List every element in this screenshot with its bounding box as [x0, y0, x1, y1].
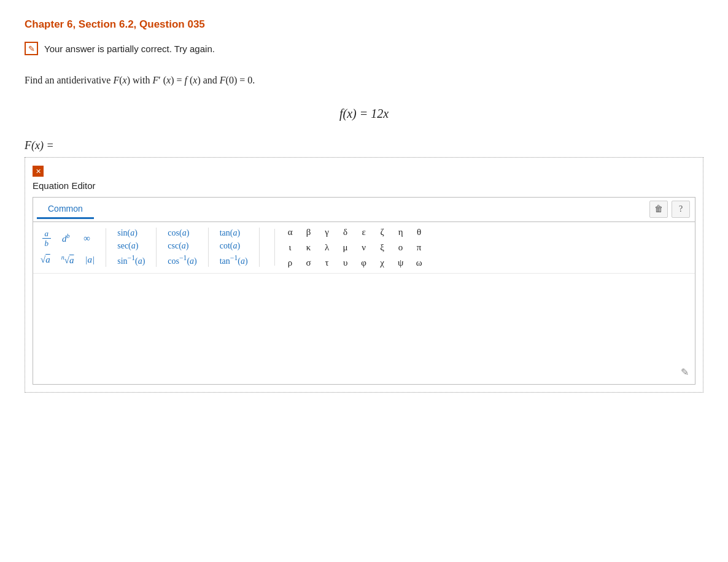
nthroot-button[interactable]: n√a — [59, 253, 77, 267]
csc-button[interactable]: csc(a) — [165, 241, 199, 252]
greek-kappa[interactable]: κ — [302, 241, 316, 254]
greek-psi[interactable]: ψ — [394, 256, 408, 269]
infinity-button[interactable]: ∞ — [79, 232, 96, 245]
greek-rho[interactable]: ρ — [284, 256, 297, 269]
greek-delta[interactable]: δ — [339, 226, 352, 239]
equation-editor-box: Common 🗑 ? a b — [33, 197, 695, 385]
greek-theta[interactable]: θ — [412, 226, 426, 239]
greek-pi[interactable]: π — [412, 241, 426, 254]
delete-button[interactable]: 🗑 — [649, 201, 668, 218]
status-text: Your answer is partially correct. Try ag… — [44, 44, 215, 54]
eq-toolbar: Common 🗑 ? — [33, 198, 695, 222]
edit-pen-icon[interactable]: ✎ — [681, 366, 689, 378]
greek-omega[interactable]: ω — [412, 256, 426, 269]
equation-editor-title: Equation Editor — [33, 180, 695, 191]
function-display: f(x) = 12x — [25, 107, 703, 121]
trig-group-2: cos(a) csc(a) cos−1(a) — [165, 228, 208, 267]
arcsin-button[interactable]: sin−1(a) — [115, 253, 147, 267]
answer-status: ✎ Your answer is partially correct. Try … — [25, 42, 703, 55]
help-button[interactable]: ? — [672, 201, 690, 218]
arccos-button[interactable]: cos−1(a) — [165, 253, 199, 267]
equation-editor-wrapper: ✕ Equation Editor Common 🗑 ? — [25, 157, 703, 393]
greek-phi[interactable]: φ — [357, 256, 371, 269]
cot-button[interactable]: cot(a) — [217, 241, 250, 252]
greek-eta[interactable]: η — [394, 226, 408, 239]
trig-group-1: sin(a) sec(a) sin−1(a) — [115, 228, 157, 267]
eq-input-area[interactable]: ✎ — [33, 274, 695, 384]
greek-nu[interactable]: ν — [357, 241, 371, 254]
close-icon: ✕ — [33, 166, 44, 177]
trig-group-3: tan(a) cot(a) tan−1(a) — [217, 228, 260, 267]
greek-chi[interactable]: χ — [376, 256, 389, 269]
sin-button[interactable]: sin(a) — [115, 228, 147, 239]
question-text: Find an antiderivative F(x) with F′ (x) … — [25, 72, 703, 88]
arctan-button[interactable]: tan−1(a) — [217, 253, 250, 267]
power-button[interactable]: db — [60, 231, 72, 245]
tan-button[interactable]: tan(a) — [217, 228, 250, 239]
vertical-divider — [274, 229, 275, 266]
abs-button[interactable]: |a| — [82, 253, 97, 266]
greek-gamma[interactable]: γ — [320, 226, 334, 239]
answer-label: F(x) = — [25, 139, 703, 152]
symbol-row: a b db ∞ √a n√a |a| — [33, 222, 695, 274]
sqrt-button[interactable]: √a — [38, 253, 53, 266]
greek-omicron[interactable]: ο — [394, 241, 408, 254]
sec-button[interactable]: sec(a) — [115, 241, 147, 252]
frac-denominator: b — [42, 239, 52, 248]
greek-letters-group: α β γ δ ε ζ η θ ι κ λ μ ν ξ ο π ρ σ τ υ — [281, 226, 426, 269]
trash-icon: 🗑 — [654, 204, 663, 214]
greek-iota[interactable]: ι — [284, 241, 297, 254]
help-icon: ? — [679, 204, 683, 214]
eq-input-field[interactable] — [39, 280, 689, 378]
greek-mu[interactable]: μ — [339, 241, 352, 254]
chapter-title: Chapter 6, Section 6.2, Question 035 — [25, 18, 703, 31]
greek-upsilon[interactable]: υ — [339, 256, 352, 269]
pencil-icon: ✎ — [28, 44, 35, 53]
fraction-button[interactable]: a b — [40, 228, 54, 249]
greek-tau[interactable]: τ — [320, 256, 334, 269]
greek-xi[interactable]: ξ — [376, 241, 389, 254]
greek-zeta[interactable]: ζ — [376, 226, 389, 239]
greek-epsilon[interactable]: ε — [357, 226, 371, 239]
basic-symbols-group: a b db ∞ √a n√a |a| — [38, 228, 106, 267]
tab-common[interactable]: Common — [37, 200, 94, 219]
status-icon-box: ✎ — [25, 42, 38, 55]
close-x-btn[interactable]: ✕ — [33, 165, 45, 177]
greek-sigma[interactable]: σ — [302, 256, 316, 269]
cos-button[interactable]: cos(a) — [165, 228, 199, 239]
greek-alpha[interactable]: α — [284, 226, 297, 239]
frac-numerator: a — [42, 229, 52, 239]
greek-lambda[interactable]: λ — [320, 241, 334, 254]
greek-beta[interactable]: β — [302, 226, 316, 239]
